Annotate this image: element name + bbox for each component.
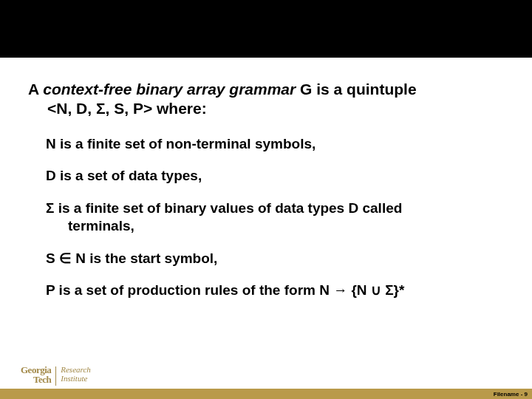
logo-gt: Georgia Tech <box>21 365 51 384</box>
logo-ri: Research Institute <box>61 365 91 383</box>
logo-institute: Institute <box>61 374 91 383</box>
definition-list: N is a finite set of non-terminal symbol… <box>28 135 504 300</box>
heading-line2: <N, D, Σ, S, P> where: <box>28 99 504 118</box>
def-sigma-line1: Σ is a finite set of binary values of da… <box>46 200 402 216</box>
def-p: P is a set of production rules of the fo… <box>46 282 504 299</box>
def-sigma: Σ is a finite set of binary values of da… <box>46 200 504 235</box>
def-d: D is a set of data types, <box>46 167 504 185</box>
footer-text: Filename - 9 <box>494 391 528 398</box>
logo-research: Research <box>61 365 91 374</box>
heading-suffix: G is a quintuple <box>296 81 416 98</box>
heading-prefix: A <box>28 81 43 98</box>
def-s: S ∈ N is the start symbol, <box>46 250 504 267</box>
logo-tech: Tech <box>33 374 51 385</box>
title-bar <box>0 0 532 58</box>
georgia-tech-logo: Georgia Tech Research Institute <box>21 365 91 386</box>
logo-divider <box>55 366 56 386</box>
def-n: N is a finite set of non-terminal symbol… <box>46 135 504 153</box>
slide-content: A context-free binary array grammar G is… <box>0 58 532 299</box>
footer-stripe: Filename - 9 <box>0 389 532 399</box>
def-sigma-line2: terminals, <box>46 217 504 235</box>
heading: A context-free binary array grammar G is… <box>28 80 504 119</box>
heading-term: context-free binary array grammar <box>43 81 296 98</box>
